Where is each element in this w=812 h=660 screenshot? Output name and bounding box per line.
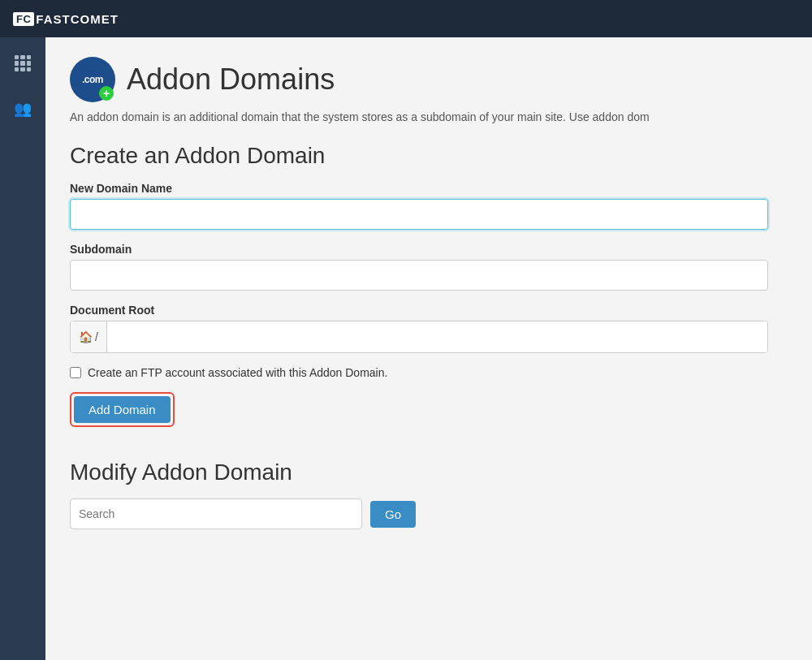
- search-row: Go: [70, 498, 788, 529]
- addon-domain-icon: .com +: [70, 57, 115, 102]
- doc-root-slash: /: [95, 330, 98, 343]
- new-domain-label: New Domain Name: [70, 182, 788, 195]
- add-domain-btn-wrapper: Add Domain: [70, 392, 175, 427]
- people-icon: 👥: [14, 100, 32, 118]
- main-layout: 👥 .com + Addon Domains An addon domain i…: [0, 37, 812, 660]
- ftp-checkbox-label[interactable]: Create an FTP account associated with th…: [88, 366, 387, 379]
- new-domain-group: New Domain Name: [70, 182, 788, 230]
- document-root-input[interactable]: [107, 321, 767, 352]
- document-root-group: Document Root 🏠 /: [70, 304, 788, 353]
- top-nav: FC FASTCOMET: [0, 0, 812, 37]
- document-root-label: Document Root: [70, 304, 788, 317]
- page-description: An addon domain is an additional domain …: [70, 110, 788, 123]
- grid-icon: [15, 55, 31, 71]
- sidebar: 👥: [0, 37, 45, 660]
- go-button[interactable]: Go: [370, 501, 416, 528]
- subdomain-label: Subdomain: [70, 243, 788, 256]
- ftp-checkbox[interactable]: [70, 367, 81, 378]
- dot-com-text: .com: [82, 74, 103, 85]
- create-section: Create an Addon Domain New Domain Name S…: [70, 143, 788, 453]
- modify-section: Modify Addon Domain Go: [70, 459, 788, 529]
- document-root-prefix: 🏠 /: [71, 321, 107, 352]
- subdomain-group: Subdomain: [70, 243, 788, 291]
- document-root-wrapper: 🏠 /: [70, 321, 768, 353]
- create-section-title: Create an Addon Domain: [70, 143, 788, 169]
- ftp-checkbox-row: Create an FTP account associated with th…: [70, 366, 788, 379]
- new-domain-input[interactable]: [70, 199, 768, 230]
- modify-section-title: Modify Addon Domain: [70, 459, 788, 485]
- add-domain-button[interactable]: Add Domain: [74, 396, 171, 423]
- sidebar-item-grid[interactable]: [8, 49, 37, 78]
- search-input[interactable]: [70, 498, 362, 529]
- logo-fast: FASTCOMET: [36, 12, 119, 26]
- plus-badge: +: [99, 86, 114, 101]
- home-icon: 🏠: [79, 330, 93, 343]
- main-content: .com + Addon Domains An addon domain is …: [45, 37, 812, 660]
- page-title: Addon Domains: [127, 63, 335, 97]
- sidebar-item-users[interactable]: 👥: [8, 94, 37, 123]
- logo-box: FC: [13, 12, 34, 26]
- page-header: .com + Addon Domains: [70, 57, 788, 102]
- subdomain-input[interactable]: [70, 260, 768, 291]
- logo: FC FASTCOMET: [13, 12, 119, 26]
